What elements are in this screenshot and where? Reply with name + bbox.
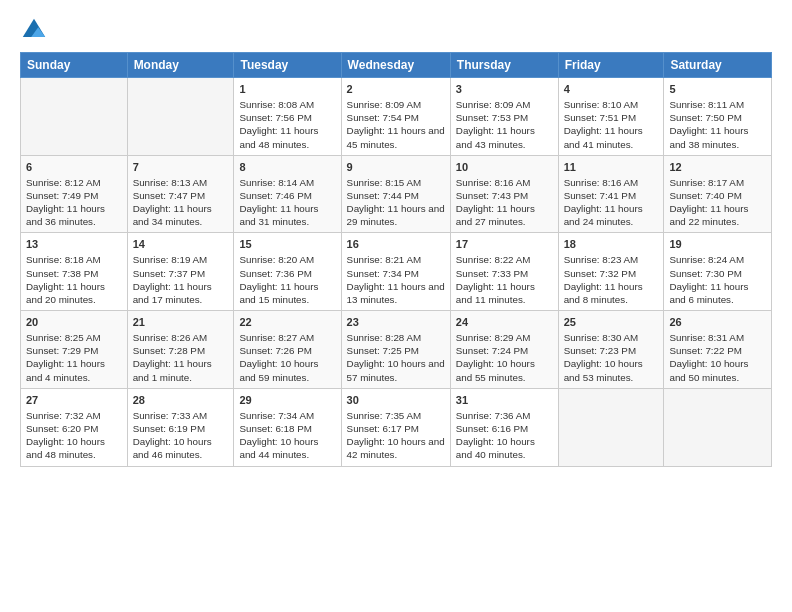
calendar-cell: 23Sunrise: 8:28 AM Sunset: 7:25 PM Dayli…: [341, 311, 450, 389]
day-number: 31: [456, 393, 553, 408]
day-info: Sunrise: 8:30 AM Sunset: 7:23 PM Dayligh…: [564, 331, 659, 384]
calendar-cell: 5Sunrise: 8:11 AM Sunset: 7:50 PM Daylig…: [664, 78, 772, 156]
calendar-cell: 28Sunrise: 7:33 AM Sunset: 6:19 PM Dayli…: [127, 388, 234, 466]
day-number: 12: [669, 160, 766, 175]
day-info: Sunrise: 8:26 AM Sunset: 7:28 PM Dayligh…: [133, 331, 229, 384]
day-info: Sunrise: 8:11 AM Sunset: 7:50 PM Dayligh…: [669, 98, 766, 151]
day-info: Sunrise: 7:34 AM Sunset: 6:18 PM Dayligh…: [239, 409, 335, 462]
day-info: Sunrise: 8:31 AM Sunset: 7:22 PM Dayligh…: [669, 331, 766, 384]
day-number: 22: [239, 315, 335, 330]
day-info: Sunrise: 8:09 AM Sunset: 7:53 PM Dayligh…: [456, 98, 553, 151]
calendar-cell: 30Sunrise: 7:35 AM Sunset: 6:17 PM Dayli…: [341, 388, 450, 466]
day-number: 10: [456, 160, 553, 175]
calendar-cell: 19Sunrise: 8:24 AM Sunset: 7:30 PM Dayli…: [664, 233, 772, 311]
calendar-cell: 31Sunrise: 7:36 AM Sunset: 6:16 PM Dayli…: [450, 388, 558, 466]
week-row-3: 13Sunrise: 8:18 AM Sunset: 7:38 PM Dayli…: [21, 233, 772, 311]
week-row-1: 1Sunrise: 8:08 AM Sunset: 7:56 PM Daylig…: [21, 78, 772, 156]
day-info: Sunrise: 8:28 AM Sunset: 7:25 PM Dayligh…: [347, 331, 445, 384]
page: SundayMondayTuesdayWednesdayThursdayFrid…: [0, 0, 792, 477]
calendar-cell: 2Sunrise: 8:09 AM Sunset: 7:54 PM Daylig…: [341, 78, 450, 156]
day-number: 15: [239, 237, 335, 252]
day-number: 29: [239, 393, 335, 408]
day-info: Sunrise: 7:36 AM Sunset: 6:16 PM Dayligh…: [456, 409, 553, 462]
calendar-cell: 11Sunrise: 8:16 AM Sunset: 7:41 PM Dayli…: [558, 155, 664, 233]
day-info: Sunrise: 8:23 AM Sunset: 7:32 PM Dayligh…: [564, 253, 659, 306]
weekday-sunday: Sunday: [21, 53, 128, 78]
day-info: Sunrise: 7:33 AM Sunset: 6:19 PM Dayligh…: [133, 409, 229, 462]
day-number: 17: [456, 237, 553, 252]
day-number: 27: [26, 393, 122, 408]
day-number: 11: [564, 160, 659, 175]
day-number: 16: [347, 237, 445, 252]
calendar-cell: 4Sunrise: 8:10 AM Sunset: 7:51 PM Daylig…: [558, 78, 664, 156]
day-number: 25: [564, 315, 659, 330]
day-number: 19: [669, 237, 766, 252]
day-info: Sunrise: 8:17 AM Sunset: 7:40 PM Dayligh…: [669, 176, 766, 229]
day-info: Sunrise: 8:13 AM Sunset: 7:47 PM Dayligh…: [133, 176, 229, 229]
calendar-cell: 29Sunrise: 7:34 AM Sunset: 6:18 PM Dayli…: [234, 388, 341, 466]
day-info: Sunrise: 8:16 AM Sunset: 7:41 PM Dayligh…: [564, 176, 659, 229]
logo-icon: [20, 16, 48, 44]
day-info: Sunrise: 8:24 AM Sunset: 7:30 PM Dayligh…: [669, 253, 766, 306]
logo: [20, 16, 52, 44]
week-row-4: 20Sunrise: 8:25 AM Sunset: 7:29 PM Dayli…: [21, 311, 772, 389]
calendar-cell: 12Sunrise: 8:17 AM Sunset: 7:40 PM Dayli…: [664, 155, 772, 233]
day-number: 20: [26, 315, 122, 330]
weekday-wednesday: Wednesday: [341, 53, 450, 78]
day-number: 6: [26, 160, 122, 175]
weekday-thursday: Thursday: [450, 53, 558, 78]
day-number: 30: [347, 393, 445, 408]
day-info: Sunrise: 8:16 AM Sunset: 7:43 PM Dayligh…: [456, 176, 553, 229]
calendar-cell: [664, 388, 772, 466]
day-info: Sunrise: 8:09 AM Sunset: 7:54 PM Dayligh…: [347, 98, 445, 151]
day-number: 7: [133, 160, 229, 175]
day-info: Sunrise: 8:20 AM Sunset: 7:36 PM Dayligh…: [239, 253, 335, 306]
calendar-cell: 3Sunrise: 8:09 AM Sunset: 7:53 PM Daylig…: [450, 78, 558, 156]
day-number: 13: [26, 237, 122, 252]
calendar-cell: 13Sunrise: 8:18 AM Sunset: 7:38 PM Dayli…: [21, 233, 128, 311]
week-row-2: 6Sunrise: 8:12 AM Sunset: 7:49 PM Daylig…: [21, 155, 772, 233]
day-info: Sunrise: 8:27 AM Sunset: 7:26 PM Dayligh…: [239, 331, 335, 384]
calendar-cell: 26Sunrise: 8:31 AM Sunset: 7:22 PM Dayli…: [664, 311, 772, 389]
calendar-cell: 6Sunrise: 8:12 AM Sunset: 7:49 PM Daylig…: [21, 155, 128, 233]
day-info: Sunrise: 8:29 AM Sunset: 7:24 PM Dayligh…: [456, 331, 553, 384]
day-number: 23: [347, 315, 445, 330]
weekday-tuesday: Tuesday: [234, 53, 341, 78]
calendar-cell: [21, 78, 128, 156]
day-number: 5: [669, 82, 766, 97]
calendar-cell: 17Sunrise: 8:22 AM Sunset: 7:33 PM Dayli…: [450, 233, 558, 311]
calendar-cell: 21Sunrise: 8:26 AM Sunset: 7:28 PM Dayli…: [127, 311, 234, 389]
day-info: Sunrise: 8:12 AM Sunset: 7:49 PM Dayligh…: [26, 176, 122, 229]
calendar-cell: 25Sunrise: 8:30 AM Sunset: 7:23 PM Dayli…: [558, 311, 664, 389]
day-number: 26: [669, 315, 766, 330]
calendar-cell: 10Sunrise: 8:16 AM Sunset: 7:43 PM Dayli…: [450, 155, 558, 233]
weekday-header-row: SundayMondayTuesdayWednesdayThursdayFrid…: [21, 53, 772, 78]
calendar-cell: [127, 78, 234, 156]
calendar-cell: 14Sunrise: 8:19 AM Sunset: 7:37 PM Dayli…: [127, 233, 234, 311]
weekday-friday: Friday: [558, 53, 664, 78]
day-number: 9: [347, 160, 445, 175]
calendar-cell: 16Sunrise: 8:21 AM Sunset: 7:34 PM Dayli…: [341, 233, 450, 311]
calendar-cell: 22Sunrise: 8:27 AM Sunset: 7:26 PM Dayli…: [234, 311, 341, 389]
week-row-5: 27Sunrise: 7:32 AM Sunset: 6:20 PM Dayli…: [21, 388, 772, 466]
day-number: 24: [456, 315, 553, 330]
calendar-cell: 24Sunrise: 8:29 AM Sunset: 7:24 PM Dayli…: [450, 311, 558, 389]
day-number: 18: [564, 237, 659, 252]
day-number: 4: [564, 82, 659, 97]
day-number: 14: [133, 237, 229, 252]
day-info: Sunrise: 8:21 AM Sunset: 7:34 PM Dayligh…: [347, 253, 445, 306]
calendar-cell: [558, 388, 664, 466]
day-info: Sunrise: 8:08 AM Sunset: 7:56 PM Dayligh…: [239, 98, 335, 151]
calendar-cell: 7Sunrise: 8:13 AM Sunset: 7:47 PM Daylig…: [127, 155, 234, 233]
calendar-table: SundayMondayTuesdayWednesdayThursdayFrid…: [20, 52, 772, 467]
day-number: 8: [239, 160, 335, 175]
day-info: Sunrise: 8:25 AM Sunset: 7:29 PM Dayligh…: [26, 331, 122, 384]
day-number: 28: [133, 393, 229, 408]
day-number: 2: [347, 82, 445, 97]
day-info: Sunrise: 8:14 AM Sunset: 7:46 PM Dayligh…: [239, 176, 335, 229]
day-number: 1: [239, 82, 335, 97]
weekday-saturday: Saturday: [664, 53, 772, 78]
day-info: Sunrise: 8:22 AM Sunset: 7:33 PM Dayligh…: [456, 253, 553, 306]
weekday-monday: Monday: [127, 53, 234, 78]
day-info: Sunrise: 8:15 AM Sunset: 7:44 PM Dayligh…: [347, 176, 445, 229]
